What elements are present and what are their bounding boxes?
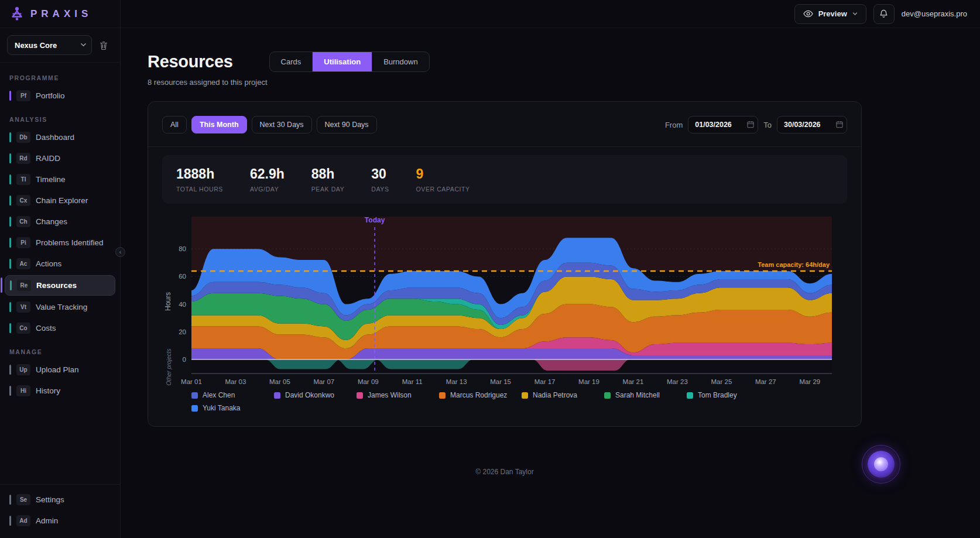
main-content: Resources CardsUtilisationBurndown 8 res… (121, 28, 980, 538)
svg-text:20: 20 (179, 328, 186, 335)
section-label: MANAGE (9, 348, 111, 355)
item-accent-bar (9, 196, 11, 205)
item-label: Portfolio (36, 91, 65, 100)
item-label: Costs (36, 324, 56, 333)
legend-label: Sarah Mitchell (615, 391, 660, 399)
stat-label: OVER CAPACITY (416, 186, 470, 193)
preview-button[interactable]: Preview (794, 4, 866, 24)
to-label: To (763, 121, 772, 129)
utilisation-card: AllThis MonthNext 30 DaysNext 90 Days Fr… (148, 101, 862, 427)
item-accent-bar (9, 91, 11, 101)
svg-text:60: 60 (179, 273, 186, 280)
tab-burndown[interactable]: Burndown (372, 52, 429, 71)
chevron-down-icon (852, 11, 858, 16)
sidebar-item-costs[interactable]: CoCosts (5, 318, 115, 338)
sidebar-collapse-button[interactable]: ‹ (115, 247, 125, 257)
stat-label: AVG/DAY (250, 186, 285, 193)
legend-yuki-tanaka: Yuki Tanaka (191, 404, 274, 412)
section-label: ANALYSIS (9, 116, 111, 123)
sidebar-item-changes[interactable]: ChChanges (5, 212, 115, 231)
sidebar-item-actions[interactable]: AcActions (5, 254, 115, 273)
svg-text:Today: Today (365, 216, 385, 224)
trash-icon (99, 40, 108, 50)
stat-value: 88h (311, 166, 345, 182)
svg-text:80: 80 (179, 245, 186, 252)
sidebar-item-value-tracking[interactable]: VtValue Tracking (5, 297, 115, 317)
item-label: Resources (36, 281, 77, 290)
item-label: Problems Identified (36, 238, 104, 247)
item-accent-bar (9, 153, 11, 163)
page-title: Resources (148, 52, 233, 71)
from-date-input[interactable] (688, 116, 758, 133)
sidebar-item-upload-plan[interactable]: UpUpload Plan (5, 360, 115, 379)
sidebar-item-timeline[interactable]: TlTimeline (5, 170, 115, 189)
legend-tom-bradley: Tom Bradley (687, 391, 769, 399)
item-label: Timeline (36, 175, 66, 184)
item-label: Chain Explorer (36, 196, 88, 205)
filter-next-30-days[interactable]: Next 30 Days (252, 116, 312, 133)
sidebar-item-admin[interactable]: AdAdmin (5, 511, 115, 530)
sidebar-item-problems-identified[interactable]: PiProblems Identified (5, 233, 115, 252)
stat-value: 9 (416, 166, 470, 182)
filter-all[interactable]: All (162, 116, 187, 133)
sidebar-item-resources[interactable]: ReResources (5, 275, 115, 296)
item-label: Dashboard (36, 133, 74, 142)
project-select[interactable]: Nexus Core (7, 35, 92, 55)
item-accent-bar (9, 323, 11, 333)
stat-value: 1888h (176, 166, 223, 182)
utilisation-chart: Team capacity: 64h/dayToday020406080Hour… (162, 213, 847, 412)
item-accent-bar (9, 365, 11, 375)
svg-text:Mar 21: Mar 21 (623, 378, 644, 385)
tab-cards[interactable]: Cards (270, 52, 313, 71)
item-label: Admin (36, 516, 58, 525)
item-badge: Vt (16, 301, 30, 313)
stat-peak-day: 88hPEAK DAY (311, 166, 345, 193)
user-email[interactable]: dev@usepraxis.pro (902, 9, 967, 18)
item-label: History (36, 386, 60, 395)
svg-text:Mar 09: Mar 09 (358, 378, 379, 385)
sidebar-item-raidd[interactable]: RdRAIDD (5, 149, 115, 168)
svg-text:Mar 15: Mar 15 (490, 378, 511, 385)
legend-swatch (604, 392, 611, 399)
sidebar-item-settings[interactable]: SeSettings (5, 490, 115, 509)
legend-label: Alex Chen (203, 391, 235, 399)
item-badge: Se (16, 494, 30, 505)
tab-utilisation[interactable]: Utilisation (313, 52, 372, 71)
item-badge: Pi (16, 237, 30, 248)
bell-icon (879, 9, 888, 19)
item-badge: Up (16, 364, 30, 375)
page-subtitle: 8 resources assigned to this project (148, 78, 862, 87)
sidebar-item-history[interactable]: HiHistory (5, 381, 115, 400)
item-accent-bar (9, 174, 11, 184)
to-date-input[interactable] (777, 116, 847, 133)
stat-over-capacity: 9OVER CAPACITY (416, 166, 470, 193)
svg-text:Mar 01: Mar 01 (181, 378, 202, 385)
delete-project-button[interactable] (99, 40, 108, 50)
item-badge: Rd (16, 153, 30, 164)
footer-copyright: © 2026 Dan Taylor (148, 468, 862, 476)
item-badge: Ac (16, 258, 30, 269)
legend-sarah-mitchell: Sarah Mitchell (604, 391, 687, 399)
legend-swatch (357, 392, 363, 399)
legend-alex-chen: Alex Chen (191, 391, 274, 399)
stat-avg-day: 62.9hAVG/DAY (250, 166, 285, 193)
legend-label: James Wilson (368, 391, 412, 399)
item-accent-bar (9, 495, 11, 505)
notifications-button[interactable] (873, 4, 895, 24)
brand-name: PRAXIS (30, 8, 92, 20)
svg-text:Mar 27: Mar 27 (755, 378, 776, 385)
item-label: Actions (36, 259, 61, 268)
filter-this-month[interactable]: This Month (191, 116, 247, 133)
stat-label: DAYS (371, 186, 389, 193)
filter-next-90-days[interactable]: Next 90 Days (317, 116, 377, 133)
sidebar-item-dashboard[interactable]: DbDashboard (5, 128, 115, 147)
from-label: From (665, 121, 683, 129)
legend-label: Marcus Rodriguez (450, 391, 507, 399)
assistant-orb-button[interactable] (862, 445, 900, 484)
sidebar-item-portfolio[interactable]: PfPortfolio (5, 86, 115, 105)
item-accent-bar (9, 238, 11, 248)
sidebar-item-chain-explorer[interactable]: CxChain Explorer (5, 191, 115, 210)
item-accent-bar (9, 386, 11, 396)
chart-legend: Alex ChenDavid OkonkwoJames WilsonMarcus… (191, 391, 847, 412)
legend-swatch (191, 405, 198, 412)
